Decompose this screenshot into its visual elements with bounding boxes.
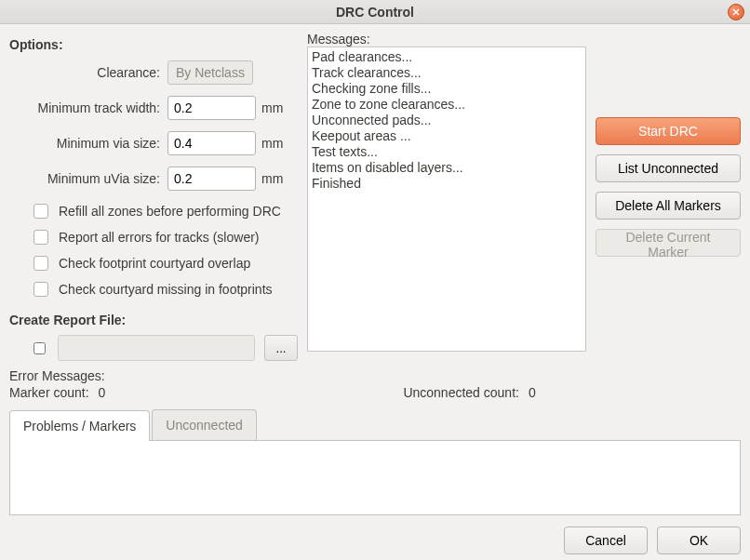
min-via-input[interactable] (167, 131, 256, 155)
browse-button[interactable]: ... (264, 335, 298, 361)
min-uvia-input[interactable] (167, 167, 256, 191)
courtyard-missing-checkbox[interactable] (33, 282, 48, 297)
messages-panel: Messages: Pad clearances... Track cleara… (307, 32, 586, 361)
tab-problems[interactable]: Problems / Markers (9, 410, 150, 441)
tab-bar: Problems / Markers Unconnected (9, 409, 741, 441)
courtyard-missing-label: Check courtyard missing in footprints (59, 282, 273, 297)
unit-label: mm (261, 171, 283, 186)
courtyard-overlap-label: Check footprint courtyard overlap (59, 256, 250, 271)
messages-text: Pad clearances... Track clearances... Ch… (312, 49, 582, 192)
list-unconnected-button[interactable]: List Unconnected (596, 154, 741, 182)
report-header: Create Report File: (9, 313, 298, 327)
min-track-label: Minimum track width: (9, 100, 167, 115)
report-all-checkbox[interactable] (33, 230, 48, 245)
cancel-button[interactable]: Cancel (564, 527, 648, 554)
ok-button[interactable]: OK (657, 527, 741, 554)
min-track-input[interactable] (167, 96, 256, 120)
close-icon (732, 8, 740, 16)
unconnected-count-label: Unconnected count: (403, 385, 519, 400)
messages-header: Messages: (307, 32, 586, 47)
close-button[interactable] (728, 4, 744, 20)
refill-zones-label: Refill all zones before performing DRC (59, 204, 281, 219)
unit-label: mm (261, 136, 283, 151)
tab-unconnected[interactable]: Unconnected (152, 409, 257, 440)
marker-count-value: 0 (99, 385, 106, 400)
unconnected-count-value: 0 (529, 385, 536, 400)
marker-count-label: Marker count: (9, 385, 89, 400)
window-title: DRC Control (336, 5, 414, 20)
report-path-input[interactable] (58, 335, 255, 361)
min-via-label: Minimum via size: (9, 136, 167, 151)
clearance-label: Clearance: (9, 65, 167, 80)
delete-all-markers-button[interactable]: Delete All Markers (596, 192, 741, 220)
delete-current-marker-button: Delete Current Marker (596, 229, 741, 257)
min-uvia-label: Minimum uVia size: (9, 171, 167, 186)
clearance-button[interactable]: By Netclass (167, 60, 253, 85)
title-bar: DRC Control (0, 0, 750, 24)
options-panel: Options: Clearance: By Netclass Minimum … (9, 32, 298, 361)
options-header: Options: (9, 37, 298, 52)
error-messages-header: Error Messages: (9, 368, 741, 383)
start-drc-button[interactable]: Start DRC (596, 117, 741, 145)
tab-panel (9, 441, 741, 515)
messages-box: Pad clearances... Track clearances... Ch… (307, 47, 586, 352)
create-report-checkbox[interactable] (33, 342, 46, 354)
refill-zones-checkbox[interactable] (33, 204, 48, 219)
report-all-label: Report all errors for tracks (slower) (59, 230, 260, 245)
actions-panel: Start DRC List Unconnected Delete All Ma… (596, 32, 741, 361)
courtyard-overlap-checkbox[interactable] (33, 256, 48, 271)
unit-label: mm (261, 100, 283, 115)
